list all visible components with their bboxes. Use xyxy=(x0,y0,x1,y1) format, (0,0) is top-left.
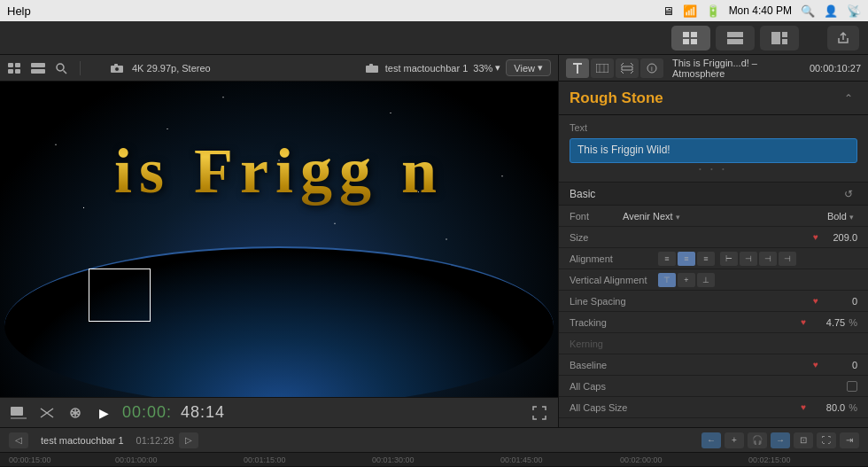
align-right-btn[interactable]: ≡ xyxy=(697,252,715,266)
separator xyxy=(80,61,81,75)
baseline-label: Baseline xyxy=(570,360,658,370)
left-panel: 4K 29.97p, Stereo test mactouchbar 1 33%… xyxy=(0,55,558,427)
clip-camera-icon xyxy=(364,60,380,76)
inspector-tab-info[interactable]: i xyxy=(640,58,663,78)
text-section-label: Text xyxy=(570,122,857,133)
touchbar-grid-btn[interactable] xyxy=(671,26,710,51)
all-caps-checkbox[interactable] xyxy=(847,381,857,392)
back-btn[interactable]: ← xyxy=(701,432,721,448)
all-caps-size-keyframe[interactable]: ♥ xyxy=(801,402,806,412)
align-justify-center-btn[interactable]: ⊣ xyxy=(740,252,757,266)
forward-btn[interactable]: → xyxy=(771,432,790,448)
filmstrip-icon[interactable] xyxy=(30,60,46,76)
end-btn[interactable]: ⇥ xyxy=(840,432,859,448)
inspector-tab-text[interactable] xyxy=(566,58,589,78)
align-left-btn[interactable]: ≡ xyxy=(658,252,676,266)
size-keyframe[interactable]: ♥ xyxy=(813,232,818,242)
align-justify-right-btn[interactable]: ⊣ xyxy=(779,252,796,266)
align-justify-left-btn[interactable]: ⊢ xyxy=(720,252,738,266)
zoom-arrow: ▾ xyxy=(495,62,500,74)
touchbar-layout-btn[interactable] xyxy=(760,26,799,51)
valign-top-btn[interactable]: ⊤ xyxy=(658,273,676,287)
toolbar-left xyxy=(7,60,69,76)
all-caps-size-value[interactable]: 80.0 xyxy=(810,402,845,413)
svg-rect-1 xyxy=(691,32,697,37)
touchbar-share-btn[interactable] xyxy=(827,26,859,51)
resize-dots-icon: • • • xyxy=(699,165,728,173)
menubar: Help 🖥 📶 🔋 Mon 4:40 PM 🔍 👤 📡 xyxy=(0,0,868,21)
tracking-keyframe[interactable]: ♥ xyxy=(801,317,806,327)
svg-rect-21 xyxy=(369,64,373,66)
clip-settings-btn[interactable] xyxy=(9,403,28,423)
line-spacing-value-group: ♥ 0 xyxy=(658,296,857,307)
fullscreen-button[interactable] xyxy=(530,403,549,423)
user-icon[interactable]: 👤 xyxy=(824,4,838,18)
timeline-toolbar: ◁ test mactouchbar 1 01:12:28 ▷ ← + 🎧 → … xyxy=(0,428,868,453)
size-row: Size ♥ 209.0 xyxy=(559,227,868,248)
basic-label: Basic xyxy=(570,188,840,200)
svg-rect-19 xyxy=(114,64,118,66)
clip-name: test mactouchbar 1 xyxy=(385,63,469,74)
play-button[interactable]: ▶ xyxy=(94,403,113,423)
effect-name: Rough Stone xyxy=(570,90,840,107)
clip-btn[interactable]: ⊡ xyxy=(794,432,813,448)
next-clip-btn[interactable]: ▷ xyxy=(179,432,198,448)
svg-rect-25 xyxy=(596,64,608,73)
headphones-btn[interactable]: 🎧 xyxy=(748,432,767,448)
tracking-row: Tracking ♥ 4.75 % xyxy=(559,312,868,333)
resize-handle[interactable]: • • • xyxy=(570,163,857,175)
svg-line-16 xyxy=(64,70,67,74)
vertical-alignment-row: Vertical Alignment ⊤ + ⊥ xyxy=(559,269,868,291)
collapse-button[interactable]: ⌃ xyxy=(840,90,857,107)
undo-btn[interactable]: ↺ xyxy=(840,185,857,203)
mark-btn[interactable]: + xyxy=(725,432,744,448)
font-name[interactable]: Avenir Next ▾ xyxy=(623,211,827,222)
zoom-value: 33% xyxy=(473,63,492,74)
inspector-tab-audio[interactable] xyxy=(616,58,639,78)
search-btn[interactable] xyxy=(53,60,69,76)
font-style[interactable]: Bold ▾ xyxy=(827,211,854,222)
selection-box[interactable] xyxy=(89,269,151,322)
size-value[interactable]: 209.0 xyxy=(822,232,857,243)
svg-point-15 xyxy=(57,64,64,71)
fullscreen2-btn[interactable]: ⛶ xyxy=(817,432,836,448)
all-caps-size-unit: % xyxy=(849,402,857,413)
basic-section-header: Basic ↺ xyxy=(559,183,868,206)
all-caps-label: All Caps xyxy=(570,381,658,392)
view-button[interactable]: View ▾ xyxy=(506,59,551,76)
inspector-toolbar: i This is Friggin...d! – Atmosphere 00:0… xyxy=(559,55,868,82)
zoom-selector[interactable]: 33% ▾ xyxy=(473,62,500,74)
touchbar-strip-btn[interactable] xyxy=(716,26,755,51)
search-icon[interactable]: 🔍 xyxy=(801,4,815,18)
library-icon[interactable] xyxy=(7,60,23,76)
text-input[interactable]: This is Friggin Wild! xyxy=(570,138,857,163)
svg-rect-14 xyxy=(31,69,45,74)
font-style-arrow: ▾ xyxy=(849,213,854,222)
svg-rect-5 xyxy=(727,39,743,44)
align-center-btn[interactable]: ≡ xyxy=(678,252,695,266)
current-timecode: 48:14 xyxy=(181,403,225,422)
svg-rect-13 xyxy=(31,63,45,67)
help-menu[interactable]: Help xyxy=(7,4,31,18)
baseline-keyframe[interactable]: ♥ xyxy=(813,360,818,370)
inspector-tab-video[interactable] xyxy=(591,58,614,78)
trim-btn[interactable] xyxy=(37,403,57,423)
view-chevron: ▾ xyxy=(538,62,543,74)
baseline-value[interactable]: 0 xyxy=(822,360,857,370)
all-caps-size-row: All Caps Size ♥ 80.0 % xyxy=(559,397,868,418)
earth-visual xyxy=(4,246,554,397)
valign-center-btn[interactable]: + xyxy=(678,273,695,287)
valign-bottom-btn[interactable]: ⊥ xyxy=(697,273,715,287)
prev-clip-btn[interactable]: ◁ xyxy=(9,432,28,448)
display-icon: 🖥 xyxy=(663,4,674,18)
line-spacing-keyframe[interactable]: ♥ xyxy=(813,296,818,306)
clock: Mon 4:40 PM xyxy=(729,4,792,17)
font-label: Font xyxy=(570,211,623,222)
tracking-value[interactable]: 4.75 xyxy=(810,317,845,328)
svg-rect-12 xyxy=(15,69,20,74)
timeline-clip-name: test mactouchbar 1 xyxy=(41,435,124,446)
line-spacing-value[interactable]: 0 xyxy=(822,296,857,307)
text-section: Text This is Friggin Wild! • • • xyxy=(559,115,868,183)
align-justify-full-btn[interactable]: ⊣ xyxy=(759,252,777,266)
effects-btn[interactable] xyxy=(66,403,85,423)
